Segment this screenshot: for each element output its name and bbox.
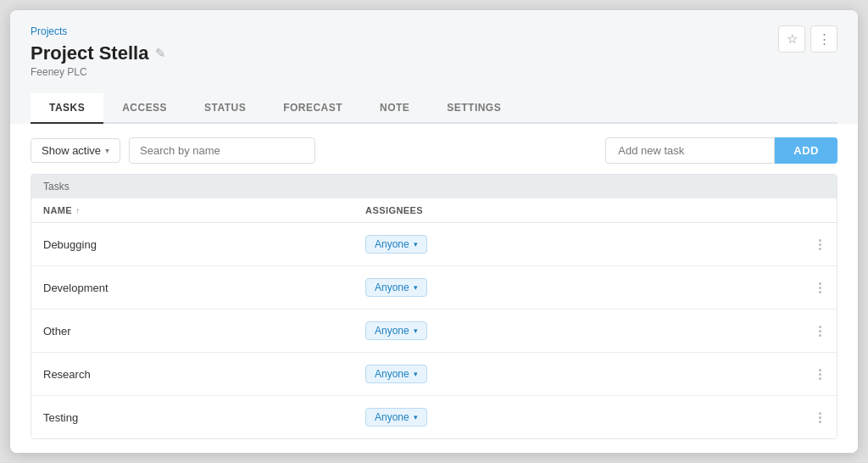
anyone-label: Anyone	[375, 325, 409, 337]
table-row: ResearchAnyone▾	[31, 353, 837, 396]
search-input[interactable]	[129, 137, 315, 164]
table-row: TestingAnyone▾	[31, 396, 837, 438]
anyone-label: Anyone	[375, 238, 409, 250]
tab-note[interactable]: NOTE	[361, 93, 428, 124]
task-rows-container: DebuggingAnyone▾DevelopmentAnyone▾OtherA…	[31, 223, 837, 438]
page-header: Projects Project Stella ✎ Feeney PLC ☆ ⋮…	[10, 10, 858, 124]
task-assignees: Anyone▾	[365, 365, 815, 383]
project-title: Project Stella	[31, 42, 148, 64]
star-button[interactable]: ☆	[778, 25, 805, 53]
anyone-badge[interactable]: Anyone▾	[365, 365, 427, 383]
anyone-badge[interactable]: Anyone▾	[365, 321, 427, 340]
task-name: Testing	[43, 411, 365, 424]
tab-settings[interactable]: SETTINGS	[428, 93, 520, 124]
project-title-row: Project Stella ✎	[31, 42, 837, 64]
task-name: Other	[43, 325, 365, 337]
col-header-assignees: ASSIGNEES	[365, 205, 825, 215]
table-section-label: Tasks	[31, 175, 837, 198]
task-assignees: Anyone▾	[365, 235, 815, 254]
badge-chevron-icon: ▾	[414, 326, 418, 335]
tab-forecast[interactable]: FORECAST	[264, 93, 361, 124]
row-more-button[interactable]	[815, 282, 825, 293]
tab-bar: TASKSACCESSSTATUSFORECASTNOTESETTINGS	[31, 93, 837, 124]
sort-icon: ↑	[75, 206, 80, 215]
badge-chevron-icon: ▾	[414, 370, 418, 378]
task-name: Debugging	[43, 238, 365, 251]
row-more-button[interactable]	[815, 369, 825, 380]
breadcrumb[interactable]: Projects	[31, 25, 837, 37]
edit-icon[interactable]: ✎	[155, 46, 166, 61]
col-header-name: NAME ↑	[43, 205, 365, 215]
badge-chevron-icon: ▾	[414, 413, 418, 421]
toolbar: Show active ▾ ADD	[31, 137, 837, 164]
tasks-table: Tasks NAME ↑ ASSIGNEES DebuggingAnyone▾D…	[31, 174, 837, 439]
anyone-badge[interactable]: Anyone▾	[365, 278, 427, 297]
tab-access[interactable]: ACCESS	[103, 93, 186, 124]
chevron-down-icon: ▾	[105, 146, 109, 155]
project-subtitle: Feeney PLC	[31, 66, 837, 78]
row-more-button[interactable]	[815, 239, 825, 250]
add-task-input[interactable]	[605, 137, 775, 164]
main-window: Projects Project Stella ✎ Feeney PLC ☆ ⋮…	[10, 10, 858, 453]
more-button[interactable]: ⋮	[810, 25, 837, 53]
task-name: Research	[43, 368, 365, 381]
table-row: DebuggingAnyone▾	[31, 223, 837, 266]
show-active-label: Show active	[42, 144, 101, 157]
anyone-label: Anyone	[375, 368, 409, 380]
header-actions: ☆ ⋮	[778, 25, 837, 53]
add-task-area: ADD	[605, 137, 837, 164]
badge-chevron-icon: ▾	[414, 240, 418, 248]
row-more-button[interactable]	[815, 326, 825, 337]
badge-chevron-icon: ▾	[414, 283, 418, 292]
tab-status[interactable]: STATUS	[186, 93, 264, 124]
task-assignees: Anyone▾	[365, 321, 815, 340]
show-active-button[interactable]: Show active ▾	[31, 138, 120, 163]
anyone-badge[interactable]: Anyone▾	[365, 408, 427, 427]
anyone-label: Anyone	[375, 282, 409, 293]
anyone-badge[interactable]: Anyone▾	[365, 235, 427, 254]
table-row: DevelopmentAnyone▾	[31, 266, 837, 310]
row-more-button[interactable]	[815, 412, 825, 423]
add-button[interactable]: ADD	[775, 137, 837, 164]
task-name: Development	[43, 282, 365, 294]
task-assignees: Anyone▾	[365, 408, 815, 427]
anyone-label: Anyone	[375, 411, 409, 423]
table-column-headers: NAME ↑ ASSIGNEES	[31, 198, 837, 223]
task-assignees: Anyone▾	[365, 278, 815, 297]
main-content: Show active ▾ ADD Tasks NAME ↑ ASSIGNEES…	[10, 124, 858, 453]
table-row: OtherAnyone▾	[31, 310, 837, 353]
tab-tasks[interactable]: TASKS	[31, 93, 103, 124]
